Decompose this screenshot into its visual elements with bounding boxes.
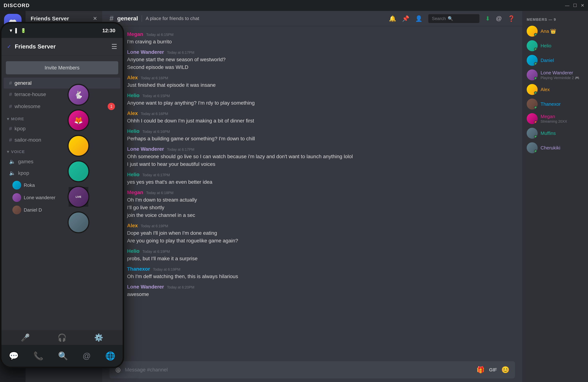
message-username[interactable]: Megan: [127, 31, 143, 37]
at-icon: @: [83, 351, 91, 361]
member-item[interactable]: Alex: [525, 82, 585, 97]
message-input-area: ⊕ Message #channel 🎁 GIF 😊: [102, 358, 522, 382]
message-group: ThanexorToday at 6:19PMOh I'm deff watch…: [109, 265, 515, 282]
avatar-panel: 🐇 🦊 LIVE: [67, 84, 89, 233]
minimize-button[interactable]: —: [565, 3, 569, 8]
message-header: Lone WandererToday at 6:17PM: [127, 146, 515, 152]
member-name: Megan: [541, 114, 584, 119]
message-username[interactable]: Helio: [127, 172, 139, 177]
bell-icon[interactable]: 🔔: [389, 15, 396, 22]
phone-nav-profile[interactable]: 🌐: [105, 351, 115, 361]
message-input[interactable]: Message #channel: [125, 367, 473, 373]
status-dot: [534, 150, 537, 153]
message-content: MeganToday at 6:15PMI'm craving a burrit…: [127, 31, 515, 46]
member-item[interactable]: Daniel: [525, 53, 585, 68]
message-text: I just want to hear your beautiful voice…: [127, 160, 515, 168]
phone-nav-chat[interactable]: 💬: [9, 351, 19, 361]
member-item[interactable]: MeganStreaming 20XX: [525, 111, 585, 126]
message-username[interactable]: Lone Wanderer: [127, 284, 164, 290]
member-avatar: [527, 55, 538, 66]
chat-channel-desc: A place for friends to chat: [146, 16, 199, 21]
pin-icon[interactable]: 📌: [402, 15, 409, 22]
message-username[interactable]: Helio: [127, 248, 139, 254]
gift-icon[interactable]: 🎁: [477, 366, 485, 374]
message-username[interactable]: Lone Wanderer: [127, 49, 164, 55]
avatar-5-live: LIVE: [67, 186, 89, 208]
members-icon[interactable]: 👤: [415, 15, 422, 22]
message-username[interactable]: Helio: [127, 128, 139, 134]
phone-nav-mentions[interactable]: @: [83, 351, 91, 361]
status-dot: [534, 62, 537, 65]
mention-icon[interactable]: @: [496, 15, 502, 22]
phone-menu-icon[interactable]: ☰: [111, 43, 117, 51]
message-timestamp: Today at 6:18PM: [146, 191, 173, 195]
member-item[interactable]: Helio: [525, 38, 585, 53]
message-text: Dope yeah I'll join when I'm done eating: [127, 229, 515, 237]
more-label-text: MORE: [11, 117, 24, 121]
status-dot: [534, 91, 537, 95]
member-item[interactable]: Thanexor: [525, 97, 585, 111]
phone-channel-kpop[interactable]: # kpop: [4, 123, 121, 134]
gif-icon[interactable]: GIF: [489, 367, 497, 373]
member-item[interactable]: Muffins: [525, 126, 585, 140]
member-item[interactable]: Cherukiki: [525, 140, 585, 155]
phone-audio-bar: 🎤 🎧 ⚙️: [1, 330, 123, 345]
avatar-1: 🐇: [67, 84, 89, 106]
header-divider: [142, 15, 142, 22]
phone-voice-kpop[interactable]: 🔈 kpop: [4, 168, 121, 179]
phone-channel-terrace-house[interactable]: # terrace-house: [4, 89, 121, 100]
message-timestamp: Today at 6:17PM: [167, 147, 194, 152]
phone-nav-search[interactable]: 🔍: [58, 351, 68, 361]
phone-channel-sailor-moon[interactable]: # sailor-moon: [4, 134, 121, 145]
status-dot: [534, 135, 537, 138]
member-info: Helio: [541, 43, 584, 49]
message-username[interactable]: Megan: [127, 190, 143, 195]
phone-voice-games[interactable]: 🔈 games: [4, 156, 121, 167]
channel-hash-icon: #: [109, 14, 113, 23]
battery-icon: 🔋: [21, 28, 26, 33]
member-name: Lone wanderer: [24, 195, 55, 200]
search-icon: 🔍: [448, 16, 453, 21]
message-username[interactable]: Lone Wanderer: [127, 146, 164, 152]
phone-channel-general[interactable]: # general: [4, 78, 121, 89]
member-avatar: [527, 99, 538, 110]
phone-voice-member-lone-wanderer: Lone wanderer: [1, 191, 123, 204]
headphone-icon[interactable]: 🎧: [58, 333, 67, 342]
message-username[interactable]: Alex: [127, 223, 138, 229]
member-item[interactable]: Ana 👑: [525, 24, 585, 38]
member-info: Muffins: [541, 131, 584, 136]
member-avatar: [527, 142, 538, 153]
message-group: HelioToday at 6:19PMprobs, but I'll make…: [109, 247, 515, 264]
message-username[interactable]: Alex: [127, 75, 138, 80]
help-icon[interactable]: ❓: [508, 15, 515, 22]
settings-icon[interactable]: ⚙️: [94, 333, 103, 342]
message-header: Lone WandererToday at 6:20PM: [127, 284, 515, 290]
phone-nav-calls[interactable]: 📞: [33, 351, 43, 361]
close-button[interactable]: ✕: [581, 3, 584, 8]
phone-voice-label[interactable]: ▾ VOICE: [1, 146, 123, 156]
search-box[interactable]: Search 🔍: [428, 14, 479, 23]
emoji-icon[interactable]: 😊: [501, 366, 509, 374]
message-username[interactable]: Helio: [127, 93, 139, 98]
member-item[interactable]: Lone WandererPlaying Vermintide 2 🎮: [525, 68, 585, 82]
message-group: Lone WandererToday at 6:17PMAnyone start…: [109, 48, 515, 73]
message-header: HelioToday at 6:15PM: [127, 93, 515, 98]
microphone-icon[interactable]: 🎤: [21, 333, 30, 342]
message-username[interactable]: Thanexor: [127, 266, 150, 272]
avatar-3: [67, 135, 89, 157]
search-icon: 🔍: [58, 351, 68, 361]
voice-label-text: VOICE: [11, 150, 25, 154]
download-icon[interactable]: ⬇: [485, 15, 490, 22]
channel-name: sailor-moon: [15, 137, 41, 143]
member-info: Daniel: [541, 57, 584, 63]
message-username[interactable]: Alex: [127, 111, 138, 116]
phone-more-label[interactable]: ▾ MORE: [1, 113, 123, 123]
member-avatar: [527, 26, 538, 37]
message-content: ThanexorToday at 6:19PMOh I'm deff watch…: [127, 266, 515, 280]
maximize-button[interactable]: ☐: [573, 3, 577, 8]
message-content: Lone WandererToday at 6:17PMOhh someone …: [127, 146, 515, 168]
phone-channel-wholesome[interactable]: # wholesome 1: [4, 100, 121, 113]
phone-invite-button[interactable]: Invite Members: [6, 61, 118, 74]
chat-header-actions: 🔔 📌 👤 Search 🔍 ⬇ @ ❓: [389, 14, 515, 23]
status-dot: [534, 106, 537, 109]
